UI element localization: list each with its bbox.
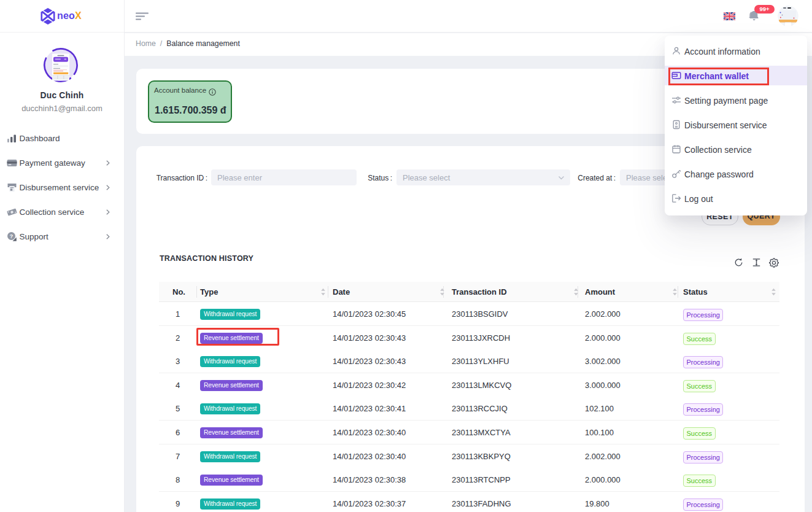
svg-text:?: ? (10, 233, 14, 239)
